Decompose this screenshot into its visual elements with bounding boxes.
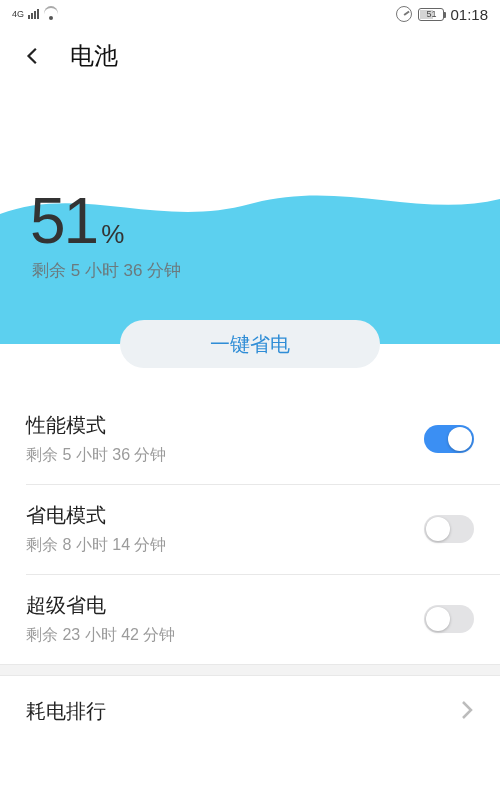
status-bar: 4G 51 01:18 [0, 0, 500, 28]
toggle-performance-mode[interactable] [424, 425, 474, 453]
row-ultra-power-save-mode[interactable]: 超级省电 剩余 23 小时 42 分钟 [0, 574, 500, 664]
battery-percent-large: 51 % [30, 184, 124, 258]
mode-list: 性能模式 剩余 5 小时 36 分钟 省电模式 剩余 8 小时 14 分钟 超级… [0, 394, 500, 664]
toggle-knob [448, 427, 472, 451]
toggle-power-save-mode[interactable] [424, 515, 474, 543]
row-title: 性能模式 [26, 412, 424, 439]
row-subtitle: 剩余 8 小时 14 分钟 [26, 535, 424, 556]
row-subtitle: 剩余 23 小时 42 分钟 [26, 625, 424, 646]
status-right: 51 01:18 [396, 6, 488, 23]
battery-percent-symbol: % [101, 219, 124, 250]
battery-settings-screen: 4G 51 01:18 电池 51 % 剩余 5 小时 36 分钟 [0, 0, 500, 800]
section-separator [0, 664, 500, 676]
row-performance-mode[interactable]: 性能模式 剩余 5 小时 36 分钟 [0, 394, 500, 484]
page-title: 电池 [70, 40, 118, 72]
network-label: 4G [12, 10, 24, 19]
toggle-ultra-power-save-mode[interactable] [424, 605, 474, 633]
row-power-usage-ranking[interactable]: 耗电排行 [0, 676, 500, 747]
row-text: 省电模式 剩余 8 小时 14 分钟 [26, 502, 424, 556]
row-subtitle: 剩余 5 小时 36 分钟 [26, 445, 424, 466]
toggle-knob [426, 517, 450, 541]
row-text: 性能模式 剩余 5 小时 36 分钟 [26, 412, 424, 466]
one-key-save-button[interactable]: 一键省电 [120, 320, 380, 368]
row-text: 耗电排行 [26, 698, 460, 725]
row-text: 超级省电 剩余 23 小时 42 分钟 [26, 592, 424, 646]
clock: 01:18 [450, 6, 488, 23]
battery-percent-number: 51 [30, 184, 97, 258]
battery-wave-panel: 51 % 剩余 5 小时 36 分钟 一键省电 [0, 84, 500, 344]
signal-bars-icon [28, 9, 39, 19]
row-title: 耗电排行 [26, 698, 460, 725]
wifi-icon [43, 8, 59, 20]
chevron-right-icon [460, 700, 474, 724]
row-title: 超级省电 [26, 592, 424, 619]
data-speed-icon [396, 6, 412, 22]
status-left: 4G [12, 8, 59, 20]
arrow-left-icon [23, 45, 45, 67]
battery-icon: 51 [418, 8, 444, 21]
battery-pct-small: 51 [426, 9, 436, 19]
row-power-save-mode[interactable]: 省电模式 剩余 8 小时 14 分钟 [0, 484, 500, 574]
battery-remaining-main: 剩余 5 小时 36 分钟 [32, 259, 181, 282]
back-button[interactable] [20, 42, 48, 70]
app-header: 电池 [0, 28, 500, 84]
toggle-knob [426, 607, 450, 631]
row-title: 省电模式 [26, 502, 424, 529]
